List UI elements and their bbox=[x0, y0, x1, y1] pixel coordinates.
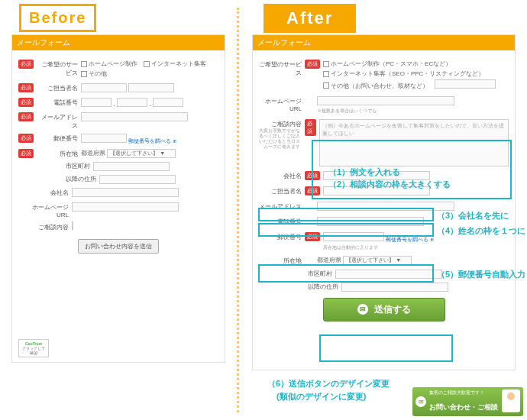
avatar bbox=[502, 389, 520, 412]
label-phone: 電話番号 bbox=[259, 217, 305, 226]
required-badge: 必須 bbox=[18, 83, 34, 92]
label-name: ご担当者名 bbox=[259, 186, 305, 195]
label-service: ご希望のサービス bbox=[37, 60, 81, 77]
input-city[interactable] bbox=[335, 270, 442, 279]
checkbox-net[interactable]: インターネット集客（SEO・PPC・リスティングなど） bbox=[323, 69, 484, 78]
input-addr-line[interactable] bbox=[341, 283, 448, 292]
form-title-bar: メールフォーム bbox=[12, 35, 225, 50]
row-company: 会社名 bbox=[18, 188, 218, 199]
required-badge: 必須 bbox=[305, 171, 320, 180]
select-pref[interactable]: 【選択して下さい】 ▼ bbox=[107, 149, 176, 158]
annotation-4: （4）姓名の枠を１つに bbox=[437, 225, 525, 237]
submit-button-old[interactable]: お問い合わせ内容を送信 bbox=[78, 239, 159, 254]
row-url: ホームページURL ※複数ある場合はいくつでも bbox=[259, 96, 509, 115]
label-company: 会社名 bbox=[259, 171, 305, 180]
label-url: ホームページURL bbox=[259, 96, 305, 112]
input-company[interactable] bbox=[72, 188, 179, 197]
required-badge: 必須 bbox=[305, 60, 320, 69]
after-panel: メールフォーム ご希望のサービス 必須 ホームページ制作（PC・スマホ・ECなど… bbox=[252, 34, 516, 370]
label-address: 所在地 bbox=[259, 256, 305, 265]
input-email[interactable] bbox=[317, 202, 454, 211]
checkbox-hp[interactable]: ホームページ制作（PC・スマホ・ECなど） bbox=[323, 60, 451, 68]
input-lastname[interactable] bbox=[81, 83, 127, 92]
input-email[interactable] bbox=[81, 112, 188, 121]
label-name: ご担当者名 bbox=[37, 83, 81, 92]
required-badge: 必須 bbox=[18, 149, 34, 158]
label-content: ご相談内容 bbox=[259, 119, 305, 128]
input-firstname[interactable] bbox=[128, 83, 174, 92]
row-service: 必須 ご希望のサービス ホームページ制作 インターネット集客 その他 bbox=[18, 60, 218, 79]
select-pref[interactable]: 【選択して下さい】 ▼ bbox=[343, 256, 412, 265]
annotation-5: （5）郵便番号自動入力 bbox=[437, 269, 525, 280]
textarea-content[interactable]: （例）今あるホームページを改善して集客対策をしたいので、良い方法を提案してほしい bbox=[319, 119, 509, 166]
checkbox-hp[interactable]: ホームページ制作 bbox=[81, 60, 137, 68]
label-email: メールアドレス bbox=[37, 112, 81, 130]
input-phone3[interactable] bbox=[153, 98, 183, 107]
checkbox-other[interactable]: その他（お問い合わせ、取材など） bbox=[323, 82, 428, 90]
input-postal[interactable] bbox=[81, 134, 127, 143]
input-phone2[interactable] bbox=[117, 98, 147, 107]
annotation-1: （1）例文を入れる bbox=[328, 166, 400, 178]
mail-icon: ✉ bbox=[357, 304, 368, 315]
checkbox-net[interactable]: インターネット集客 bbox=[144, 60, 206, 68]
row-postal: 必須 郵便番号 郵便番号を調べる ⊕ bbox=[18, 134, 218, 145]
divider bbox=[237, 8, 239, 412]
textarea-content[interactable] bbox=[72, 221, 73, 230]
required-badge: 必須 bbox=[18, 134, 34, 143]
checkbox-other[interactable]: その他 bbox=[81, 69, 107, 78]
label-url: ホームページURL bbox=[27, 202, 72, 218]
postal-lookup-link[interactable]: 郵便番号を調べる ⊕ bbox=[128, 138, 177, 144]
annotation-2: （2）相談内容の枠を大きくする bbox=[328, 179, 451, 190]
required-badge: 必須 bbox=[305, 186, 320, 195]
row-content: ご相談内容 大変お手数ですがなるべく詳しくご記入いただけると当日スムーズに進みま… bbox=[259, 119, 509, 166]
label-postal: 郵便番号 bbox=[259, 232, 305, 241]
required-badge: 必須 bbox=[305, 119, 316, 136]
row-service: ご希望のサービス 必須 ホームページ制作（PC・スマホ・ECなど） インターネッ… bbox=[259, 60, 509, 92]
annotation-3: （3）会社名を先に bbox=[437, 210, 509, 221]
cta-line1: 集客のご相談大歓迎です！ bbox=[429, 389, 484, 396]
row-name: 必須 ご担当者名 bbox=[18, 83, 218, 94]
required-badge: 必須 bbox=[18, 98, 34, 107]
annotation-6b: (類似のデザインに変更) bbox=[276, 391, 366, 402]
input-postal[interactable] bbox=[323, 232, 384, 241]
label-service: ご希望のサービス bbox=[259, 60, 305, 77]
input-url[interactable] bbox=[317, 96, 454, 105]
required-badge: 必須 bbox=[18, 112, 34, 121]
annotation-6a: （6）送信ボタンのデザイン変更 bbox=[267, 378, 390, 389]
row-address: 必須 所在地 都道府県 【選択して下さい】 ▼ bbox=[18, 149, 218, 158]
row-address: 所在地 都道府県 【選択して下さい】 ▼ bbox=[259, 256, 509, 265]
row-email: 必須 メールアドレス bbox=[18, 112, 218, 130]
before-heading: Before bbox=[19, 4, 96, 32]
ssl-seal[interactable]: GeoTrustクリックして確認 bbox=[18, 339, 49, 357]
label-email: メールアドレス bbox=[259, 202, 305, 211]
input-city[interactable] bbox=[93, 162, 170, 171]
required-badge: 必須 bbox=[18, 60, 34, 69]
row-phone: 必須 電話番号 - - bbox=[18, 98, 218, 108]
input-url[interactable] bbox=[72, 202, 179, 212]
row-content: ご相談内容 bbox=[18, 222, 218, 231]
input-other[interactable] bbox=[435, 79, 496, 89]
submit-button-new[interactable]: ✉送信する bbox=[323, 298, 445, 321]
label-company: 会社名 bbox=[27, 188, 72, 197]
input-addr-line[interactable] bbox=[99, 175, 176, 184]
form-title-bar: メールフォーム bbox=[253, 35, 515, 50]
input-phone1[interactable] bbox=[81, 98, 112, 107]
before-panel: メールフォーム 必須 ご希望のサービス ホームページ制作 インターネット集客 そ… bbox=[11, 34, 225, 363]
label-phone: 電話番号 bbox=[37, 98, 81, 107]
postal-lookup-link[interactable]: 郵便番号を調べる ⊕ bbox=[386, 237, 435, 242]
required-badge: 必須 bbox=[305, 232, 320, 241]
label-content: ご相談内容 bbox=[27, 222, 72, 231]
cta-line2: お問い合わせ・ご相談 bbox=[429, 402, 498, 412]
after-heading: After bbox=[264, 4, 356, 33]
label-postal: 郵便番号 bbox=[37, 134, 81, 143]
cta-button[interactable]: ✉ 集客のご相談大歓迎です！ お問い合わせ・ご相談 bbox=[412, 387, 523, 416]
input-phone[interactable] bbox=[317, 217, 424, 226]
row-url: ホームページURL bbox=[18, 202, 218, 218]
label-address: 所在地 bbox=[37, 149, 81, 158]
mail-icon: ✉ bbox=[415, 396, 426, 407]
